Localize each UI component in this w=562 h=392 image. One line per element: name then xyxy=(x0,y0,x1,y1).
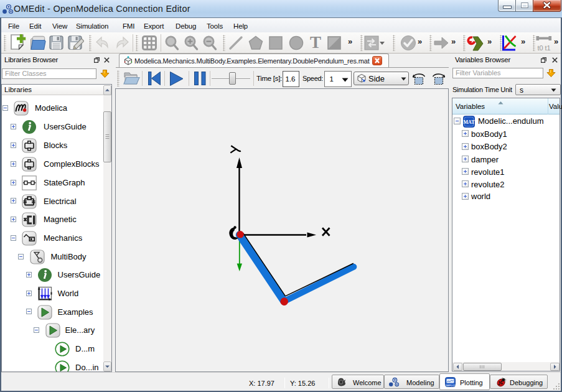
svg-text:t1: t1 xyxy=(545,44,551,52)
svg-text:t0: t0 xyxy=(538,44,543,52)
svg-text:MAT: MAT xyxy=(463,119,475,124)
svg-text:OMPLOT: OMPLOT xyxy=(445,384,456,387)
